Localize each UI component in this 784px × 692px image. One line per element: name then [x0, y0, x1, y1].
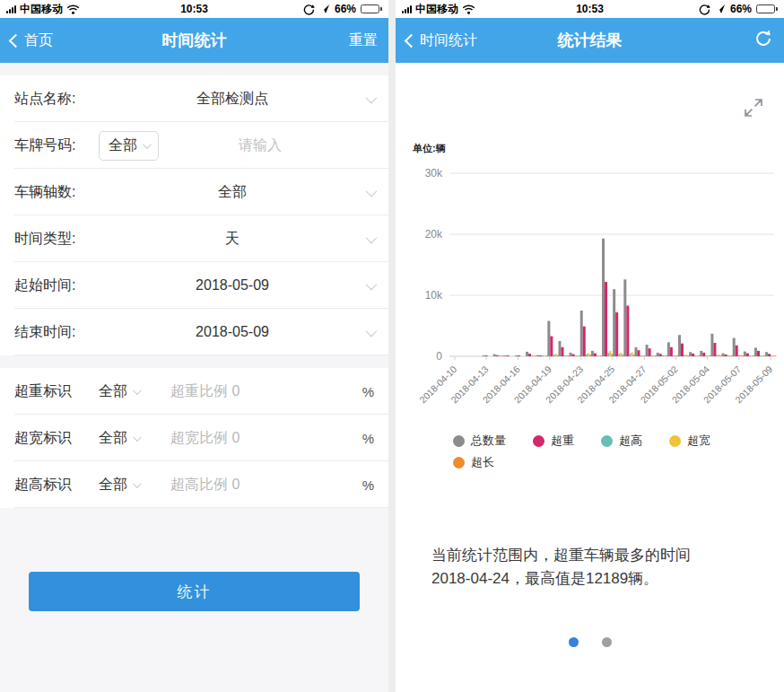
- bar: [667, 342, 670, 356]
- bar: [507, 355, 510, 356]
- fullscreen-expand-icon[interactable]: [743, 97, 764, 118]
- reset-button[interactable]: 重置: [349, 31, 378, 50]
- bar: [708, 355, 710, 356]
- percent-suffix: %: [356, 477, 374, 493]
- refresh-icon: [754, 29, 773, 48]
- bar: [692, 354, 694, 356]
- axle-count-row[interactable]: 车辆轴数: 全部: [0, 169, 388, 215]
- field-label: 车牌号码:: [14, 136, 99, 155]
- battery-percent-label: 66%: [730, 3, 752, 15]
- bar: [771, 355, 772, 356]
- left-screen-time-statistics: 中国移动 10:53 66%: [0, 0, 388, 692]
- bar: [633, 355, 635, 356]
- bar: [774, 355, 776, 356]
- bar: [618, 354, 620, 356]
- bar: [710, 355, 711, 356]
- right-screen-statistics-result: 中国移动 10:53 66%: [396, 0, 784, 692]
- bar: [722, 354, 725, 356]
- bar: [539, 355, 542, 356]
- page-indicator: [396, 637, 784, 647]
- overheight-ratio-input[interactable]: [158, 477, 356, 493]
- pager-dot[interactable]: [602, 637, 612, 647]
- overwidth-flag-dropdown[interactable]: 全部: [99, 429, 158, 448]
- bar: [504, 355, 507, 356]
- bar: [765, 352, 768, 356]
- bar: [694, 355, 696, 356]
- status-bar: 中国移动 10:53 66%: [396, 0, 784, 18]
- bar: [598, 355, 600, 356]
- bar: [757, 351, 760, 356]
- section-spacer: [0, 63, 388, 75]
- plate-type-dropdown[interactable]: 全部: [99, 131, 159, 161]
- dual-screenshot-stage: 中国移动 10:53 66%: [0, 0, 784, 692]
- bar: [579, 355, 580, 356]
- bar: [589, 355, 591, 356]
- legend-item[interactable]: 超宽: [669, 433, 710, 449]
- bar: [544, 355, 546, 356]
- field-label: 超重标识: [14, 382, 99, 401]
- bar: [553, 355, 555, 356]
- overweight-flag-dropdown[interactable]: 全部: [99, 382, 158, 401]
- bar: [675, 355, 676, 356]
- bar: [740, 355, 742, 356]
- dropdown-value: 全部: [99, 476, 127, 495]
- bar: [744, 352, 746, 356]
- bar: [605, 282, 607, 356]
- field-label: 结束时间:: [14, 323, 99, 342]
- bar: [640, 355, 642, 356]
- y-tick-label: 10k: [425, 289, 443, 302]
- bar: [751, 355, 753, 356]
- bar: [502, 355, 504, 356]
- start-time-row[interactable]: 起始时间: 2018-05-09: [0, 262, 388, 309]
- bar: [676, 355, 678, 356]
- field-value: 2018-05-09: [99, 324, 366, 340]
- bar: [719, 355, 720, 356]
- chevron-down-icon: [366, 325, 378, 337]
- end-time-row[interactable]: 结束时间: 2018-05-09: [0, 309, 388, 355]
- bar: [501, 355, 502, 356]
- station-name-row[interactable]: 站点名称: 全部检测点: [0, 75, 388, 122]
- bar: [678, 335, 681, 356]
- chevron-down-icon: [143, 140, 152, 149]
- bar: [531, 355, 533, 356]
- overweight-ratio-input[interactable]: [158, 383, 356, 399]
- legend-item[interactable]: 超高: [601, 433, 642, 449]
- bar: [485, 355, 488, 356]
- dropdown-value: 全部: [99, 382, 127, 401]
- battery-percent-label: 66%: [335, 3, 356, 15]
- plate-number-input[interactable]: [159, 137, 362, 153]
- field-value: 全部检测点: [99, 90, 366, 109]
- bar: [609, 351, 611, 356]
- summary-line2: 2018-04-24，最高值是12189辆。: [431, 567, 769, 591]
- statistics-submit-button[interactable]: 统计: [29, 572, 360, 611]
- bar: [659, 354, 662, 356]
- legend-dot: [601, 435, 613, 447]
- bar: [651, 355, 653, 356]
- field-label: 车辆轴数:: [14, 183, 99, 202]
- chevron-down-icon: [366, 92, 378, 103]
- bar: [700, 351, 702, 356]
- legend-item[interactable]: 总数量: [453, 433, 506, 449]
- legend-dot: [533, 435, 544, 447]
- bar: [575, 355, 577, 356]
- chevron-down-icon: [366, 185, 378, 197]
- field-value: 全部: [99, 183, 366, 202]
- bar: [653, 355, 655, 356]
- bar: [550, 337, 553, 356]
- legend-item[interactable]: 超长: [453, 454, 494, 470]
- bar: [687, 355, 689, 356]
- overheight-flag-dropdown[interactable]: 全部: [99, 476, 158, 495]
- field-label: 时间类型:: [14, 230, 99, 249]
- pager-dot-active[interactable]: [569, 637, 579, 647]
- overwidth-ratio-input[interactable]: [158, 430, 356, 446]
- bar: [622, 355, 623, 356]
- bar: [547, 321, 550, 356]
- back-button[interactable]: 时间统计: [406, 31, 477, 50]
- refresh-button[interactable]: [754, 29, 773, 52]
- time-type-row[interactable]: 时间类型: 天: [0, 215, 388, 262]
- legend-item[interactable]: 超重: [533, 433, 574, 449]
- back-button[interactable]: 首页: [11, 31, 53, 50]
- overwidth-flag-row: 超宽标识 全部 %: [0, 415, 388, 461]
- percent-suffix: %: [356, 431, 374, 446]
- location-arrow-icon: [319, 4, 330, 14]
